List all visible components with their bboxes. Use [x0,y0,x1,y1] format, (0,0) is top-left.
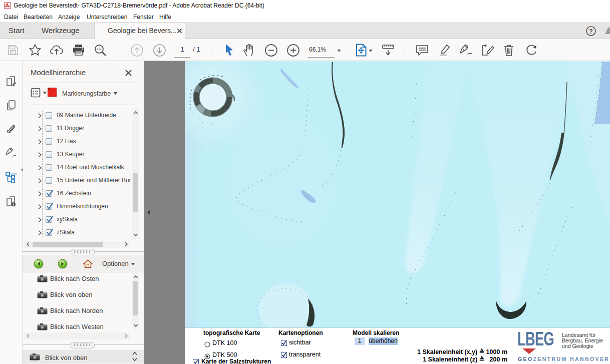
svg-text:?: ? [589,28,592,35]
